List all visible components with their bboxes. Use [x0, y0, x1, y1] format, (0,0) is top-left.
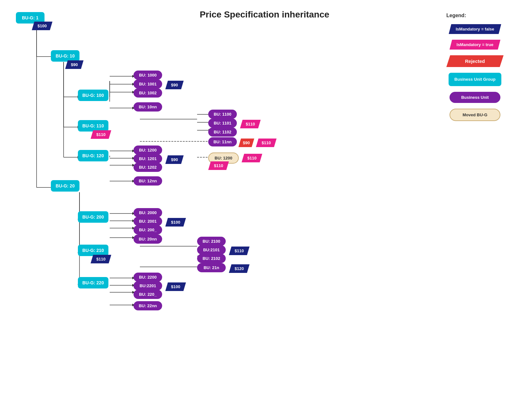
bug100-node: BU-G: 100	[78, 90, 108, 101]
legend-rejected: Rejected	[446, 55, 504, 67]
bug10-label: BU-G: 10	[51, 50, 79, 62]
bu1001-label: BU: 1001	[134, 79, 162, 89]
bu2102-label: BU: 2102	[197, 254, 226, 263]
bug100-label: BU-G: 100	[78, 90, 108, 101]
bu2002-label: BU: 200_	[134, 225, 162, 234]
legend-mandatory-true: IsMandatory = true	[446, 40, 504, 50]
bu11nn-price-true: $110	[256, 139, 277, 147]
bu1200-node: BU: 1200	[134, 146, 162, 155]
bu1000-label: BU: 1000	[134, 71, 162, 80]
bu2200-node: BU: 2200	[134, 273, 162, 282]
bu2200-label: BU: 2200	[134, 273, 162, 282]
bu1202-node: BU: 1202	[134, 163, 162, 172]
page-title: Price Specification inheritance	[200, 10, 329, 20]
bu20nn-node: BU: 20nn	[134, 234, 162, 244]
bu120x-price: $90	[165, 155, 184, 164]
bu11nn-node: BU: 11nn $90 $110	[208, 137, 237, 146]
bu1100-label: BU: 1100	[208, 110, 237, 119]
bu1101-node: BU: 1101 $110	[208, 119, 237, 128]
bu1201-node: BU: 1201 $90	[134, 154, 162, 163]
bug120-node: BU-G: 120	[78, 150, 108, 161]
legend-bug: Business Unit Group	[446, 73, 504, 86]
bu2001-label: BU: 2001	[134, 217, 162, 226]
bu110x-price: $110	[240, 120, 261, 128]
bu100x-price: $90	[165, 81, 184, 89]
bu2000-node: BU: 2000	[134, 208, 162, 217]
bu21nn-node: BU: 21n $120	[197, 263, 226, 272]
bug20-label: BU-G: 20	[51, 180, 79, 192]
bu1102-label: BU: 1102	[208, 127, 237, 137]
bu11nn-label: BU: 11nn	[208, 137, 237, 146]
bu21nn-price: $120	[229, 264, 250, 273]
legend: Legend: IsMandatory = false IsMandatory …	[446, 13, 504, 121]
moved-bu1200-price2-node: $110	[208, 161, 229, 170]
bu2202-node: BU: 220_	[134, 290, 162, 299]
bug20-node: BU-G: 20	[51, 180, 79, 192]
bug200-node: BU-G: 200	[78, 211, 108, 223]
moved-bu1200-price: $110	[242, 154, 262, 162]
bu22nn-node: BU: 22nn	[134, 301, 162, 310]
legend-bu: Business Unit	[446, 92, 504, 103]
bu210x-price: $110	[229, 247, 250, 255]
bu2001-node: BU: 2001 $100	[134, 217, 162, 226]
bug210-node: BU-G: 210 $110	[78, 245, 108, 256]
bu2101-node: BU:2101 $110	[197, 245, 226, 254]
moved-bu1200-price2: $110	[208, 161, 229, 170]
bug220-node: BU-G: 220	[78, 277, 108, 288]
bug220-label: BU-G: 220	[78, 277, 108, 288]
bu2002-node: BU: 200_	[134, 225, 162, 234]
bug110-label: BU-G: 110	[78, 120, 108, 132]
bug1-price: $100	[32, 22, 52, 30]
bug200-label: BU-G: 200	[78, 211, 108, 223]
bu20nn-label: BU: 20nn	[134, 234, 162, 244]
bug110-node: BU-G: 110 $110	[78, 120, 108, 132]
bu21nn-label: BU: 21n	[197, 263, 226, 272]
bu12nn-label: BU: 12nn	[134, 176, 162, 186]
legend-mandatory-false: IsMandatory = false	[446, 24, 504, 34]
bu220x-price: $100	[165, 282, 186, 291]
bu1002-label: BU: 1002	[134, 88, 162, 98]
bu2100-label: BU: 2100	[197, 237, 226, 246]
bug10-price: $90	[65, 60, 84, 69]
bug110-price: $110	[91, 130, 111, 139]
bug1-node: BU-G: 1 $100	[16, 12, 45, 24]
bug210-label: BU-G: 210	[78, 245, 108, 256]
bu10nn-label: BU: 10nn	[134, 102, 162, 112]
connector-lines	[0, 0, 381, 420]
bu12nn-node: BU: 12nn	[134, 176, 162, 186]
bu200x-price: $100	[165, 218, 186, 227]
bu11nn-price-rejected: $90	[238, 139, 254, 147]
legend-moved: Moved BU-G	[446, 109, 504, 121]
legend-title: Legend:	[446, 13, 504, 18]
bu1100-node: BU: 1100	[208, 110, 237, 119]
bu2202-label: BU: 220_	[134, 290, 162, 299]
bu2201-node: BU:2201 $100	[134, 281, 162, 290]
bu1102-node: BU: 1102	[208, 127, 237, 137]
bug210-price: $110	[91, 255, 111, 263]
bu10nn-node: BU: 10nn	[134, 102, 162, 112]
bu22nn-label: BU: 22nn	[134, 301, 162, 310]
bu2000-label: BU: 2000	[134, 208, 162, 217]
bu2201-label: BU:2201	[134, 281, 162, 290]
bu2101-label: BU:2101	[197, 245, 226, 254]
bu1202-label: BU: 1202	[134, 163, 162, 172]
bu1001-node: BU: 1001 $90	[134, 79, 162, 89]
bu2102-node: BU: 2102	[197, 254, 226, 263]
bu1000-node: BU: 1000	[134, 71, 162, 80]
bu1200-label: BU: 1200	[134, 146, 162, 155]
bug120-label: BU-G: 120	[78, 150, 108, 161]
bu1002-node: BU: 1002	[134, 88, 162, 98]
bu2100-node: BU: 2100	[197, 237, 226, 246]
bu1101-label: BU: 1101	[208, 119, 237, 128]
bu1201-label: BU: 1201	[134, 154, 162, 163]
bug10-node: BU-G: 10 $90	[51, 50, 79, 62]
